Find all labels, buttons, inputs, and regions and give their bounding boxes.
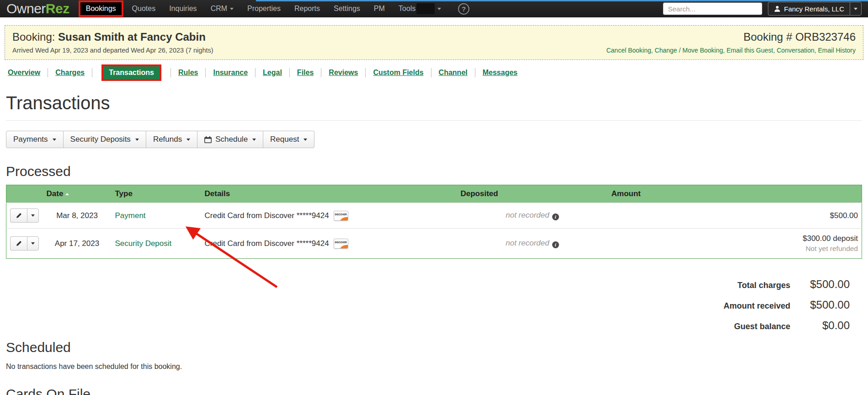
deposited-column-header[interactable]: Deposited (457, 185, 608, 203)
tab-custom-fields[interactable]: Custom Fields (371, 69, 425, 77)
tab-rules[interactable]: Rules (176, 69, 200, 77)
payments-button[interactable]: Payments (6, 131, 64, 148)
refunds-button[interactable]: Refunds (146, 131, 197, 148)
tab-messages[interactable]: Messages (481, 69, 520, 77)
booking-number: Booking # ORB323746 (743, 31, 856, 43)
booking-title: Booking: Susan Smith at Fancy Cabin (12, 31, 206, 43)
nav-item-settings[interactable]: Settings (327, 0, 367, 17)
refund-status-note: Not yet refunded (612, 245, 858, 253)
nav-item-reports[interactable]: Reports (288, 0, 327, 17)
request-button[interactable]: Request (263, 131, 314, 148)
transaction-details: Credit Card from Discover *****9424 (205, 239, 329, 248)
info-icon[interactable]: i (552, 241, 559, 248)
booking-title-prefix: Booking: (12, 31, 58, 43)
email-this-guest-link[interactable]: Email this Guest (727, 47, 773, 54)
row-actions (10, 236, 39, 251)
ownerrez-logo[interactable]: OwnerRez (6, 1, 69, 16)
search-input[interactable] (663, 2, 762, 15)
scheduled-empty-message: No transactions have been scheduled for … (6, 363, 862, 371)
tab-files[interactable]: Files (295, 69, 315, 77)
edit-button[interactable] (10, 236, 27, 251)
tab-legal[interactable]: Legal (261, 69, 284, 77)
type-column-header[interactable]: Type (112, 185, 201, 203)
account-dropdown-button[interactable] (850, 2, 862, 16)
booking-title-name: Susan Smith at Fancy Cabin (58, 31, 206, 43)
guest-balance-label: Guest balance (734, 322, 790, 331)
account-label: Fancy Rentals, LLC (784, 5, 844, 13)
tab-reviews[interactable]: Reviews (327, 69, 360, 77)
booking-action-links: Cancel Booking, Change / Move Booking, E… (606, 47, 856, 54)
nav-menu: Bookings Quotes Inquiries CRM Properties… (77, 0, 469, 17)
guest-balance-value: $0.00 (790, 319, 850, 332)
row-dropdown-button[interactable] (27, 208, 39, 223)
email-history-link[interactable]: Email History (818, 47, 856, 54)
discover-swoosh (339, 244, 348, 248)
transaction-details: Credit Card from Discover *****9424 (205, 211, 329, 220)
transaction-amount: $500.00 (608, 203, 862, 229)
chevron-down-icon (53, 139, 56, 141)
nav-item-bookings[interactable]: Bookings (80, 2, 122, 15)
nav-redacted-dropdown[interactable] (416, 3, 435, 14)
discover-swoosh (339, 216, 348, 220)
actions-column-header (6, 185, 43, 203)
amount-received-value: $500.00 (790, 299, 850, 311)
cards-on-file-heading: Cards On File (6, 386, 862, 395)
amount-column-header[interactable]: Amount (608, 185, 862, 203)
discover-card-icon: DISCOVER (334, 211, 348, 221)
refunds-button-label: Refunds (153, 135, 182, 144)
user-icon (774, 5, 781, 12)
chevron-down-icon (437, 8, 441, 10)
row-actions (10, 208, 39, 223)
nav-item-quotes[interactable]: Quotes (125, 0, 163, 17)
deposited-status: not recorded (506, 239, 549, 247)
transaction-type-link[interactable]: Payment (115, 211, 146, 220)
transaction-date: Mar 8, 2023 (43, 203, 112, 229)
date-column-header[interactable]: Date (43, 185, 112, 203)
cancel-booking-link[interactable]: Cancel Booking (606, 47, 651, 54)
transaction-toolbar: Payments Security Deposits Refunds Sched… (6, 131, 862, 148)
chevron-down-icon (31, 214, 35, 217)
chevron-down-icon (31, 242, 35, 245)
tab-overview[interactable]: Overview (6, 69, 42, 77)
transaction-amount: $300.00 deposit (612, 234, 858, 243)
row-dropdown-button[interactable] (27, 236, 39, 251)
total-charges-label: Total charges (737, 281, 790, 290)
chevron-down-icon (304, 139, 307, 141)
booking-tabs: Overview Charges Transactions Rules Insu… (6, 64, 868, 81)
tab-insurance[interactable]: Insurance (211, 69, 250, 77)
account-button[interactable]: Fancy Rentals, LLC (768, 2, 850, 16)
tab-transactions[interactable]: Transactions (103, 66, 160, 79)
amount-received-label: Amount received (724, 301, 790, 311)
change-move-booking-link[interactable]: Change / Move Booking (655, 47, 723, 54)
schedule-button[interactable]: Schedule (197, 131, 263, 148)
info-icon[interactable]: i (552, 214, 559, 220)
payments-button-label: Payments (13, 135, 48, 144)
edit-button[interactable] (10, 208, 27, 223)
security-deposit-link[interactable]: Security Deposit (115, 239, 172, 248)
chevron-down-icon (135, 139, 139, 141)
details-column-header[interactable]: Details (201, 185, 457, 203)
processed-header-row: Date Type Details Deposited Amount (6, 185, 862, 203)
top-blue-strip (256, 0, 868, 1)
chevron-down-icon (854, 8, 857, 10)
top-navbar: OwnerRez Bookings Quotes Inquiries CRM P… (0, 0, 868, 17)
chevron-down-icon (230, 8, 234, 10)
tab-channel[interactable]: Channel (437, 69, 469, 77)
transaction-date: Apr 17, 2023 (43, 229, 112, 259)
conversation-link[interactable]: Conversation (777, 47, 815, 54)
security-deposits-button-label: Security Deposits (70, 135, 131, 144)
nav-item-properties[interactable]: Properties (240, 0, 288, 17)
nav-item-pm[interactable]: PM (367, 0, 392, 17)
nav-item-crm-label: CRM (211, 5, 227, 13)
tab-charges[interactable]: Charges (53, 69, 86, 77)
pencil-icon (16, 213, 22, 219)
nav-item-crm[interactable]: CRM (204, 0, 240, 17)
booking-banner: Booking: Susan Smith at Fancy Cabin Book… (5, 25, 863, 60)
nav-item-inquiries[interactable]: Inquiries (162, 0, 203, 17)
help-button[interactable]: ? (458, 3, 469, 15)
security-deposits-button[interactable]: Security Deposits (64, 131, 146, 148)
discover-card-text: DISCOVER (335, 241, 347, 244)
annotation-box-transactions: Transactions (101, 64, 161, 81)
table-row: Mar 8, 2023 Payment Credit Card from Dis… (6, 203, 862, 229)
nav-item-tools[interactable]: Tools (392, 0, 448, 17)
